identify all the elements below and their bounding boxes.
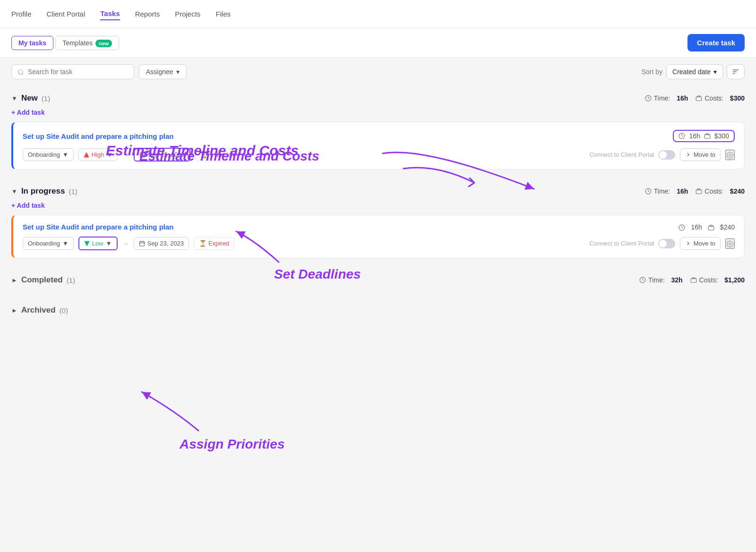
task-time-cost-highlighted-task1[interactable]: 16h $300 <box>673 130 735 142</box>
time-label: Time: <box>654 94 670 102</box>
top-nav: ProfileClient PortalTasksReportsProjects… <box>0 0 756 28</box>
priority-chevron-icon: ▼ <box>106 240 112 247</box>
nav-item-projects[interactable]: Projects <box>175 8 200 20</box>
nav-item-tasks[interactable]: Tasks <box>100 8 120 20</box>
search-input[interactable] <box>28 68 128 76</box>
section-completed: ►Completed(1) Time: 32h Costs: $1,200 <box>11 268 745 289</box>
time-value: 16h <box>677 94 688 102</box>
task-status-task2: ⏳ Expired <box>194 237 234 250</box>
svg-point-0 <box>18 70 23 74</box>
time-value: 32h <box>671 276 682 284</box>
section-stats-completed: Time: 32h Costs: $1,200 <box>639 276 745 284</box>
costs-label: Costs: <box>704 94 723 102</box>
connect-label: Connect to Client Portal <box>589 240 654 247</box>
section-toggle-new[interactable]: ▼ <box>11 95 17 102</box>
search-box <box>11 64 134 79</box>
create-task-button[interactable]: Create task <box>687 34 745 51</box>
svg-marker-19 <box>85 241 89 246</box>
date-label: Sep 25, 2023 <box>148 151 184 158</box>
task-time-val: 16h <box>691 223 702 231</box>
sort-value: Created date <box>672 68 711 76</box>
connect-portal-task2: Connect to Client Portal <box>589 239 675 248</box>
svg-rect-16 <box>696 190 702 194</box>
nav-item-reports[interactable]: Reports <box>135 8 160 20</box>
tag-chevron-icon: ▼ <box>62 151 69 158</box>
move-to-button-task1[interactable]: Move to <box>680 148 721 161</box>
filters-bar: Assignee ▾ Sort by Created date ▾ <box>0 58 756 86</box>
section-toggle-inprogress[interactable]: ▼ <box>11 188 17 195</box>
search-icon <box>17 68 24 76</box>
task-time-val: 16h <box>689 132 700 140</box>
section-count-inprogress: (1) <box>69 187 77 195</box>
priority-label: Low <box>92 240 103 247</box>
svg-rect-20 <box>139 241 144 246</box>
section-title-archived: Archived <box>21 306 56 315</box>
costs-label: Costs: <box>704 187 723 195</box>
section-header-completed: ►Completed(1) Time: 32h Costs: $1,200 <box>11 268 745 289</box>
time-label: Time: <box>648 276 664 284</box>
hourglass-icon: ⏳ <box>200 151 208 158</box>
priority-chevron-icon: ▼ <box>107 151 113 158</box>
status-label: 1 day left <box>210 151 235 158</box>
section-count-completed: (1) <box>67 276 75 284</box>
task-priority-task1[interactable]: High ▼ <box>78 148 118 161</box>
svg-line-1 <box>22 74 24 75</box>
move-to-button-task2[interactable]: Move to <box>680 237 721 250</box>
costs-value: $1,200 <box>724 276 745 284</box>
task-title-task2[interactable]: Set up Site Audit and prepare a pitching… <box>23 223 173 231</box>
sort-select[interactable]: Created date ▾ <box>666 64 723 79</box>
tab-templates[interactable]: Templatesnew <box>55 36 119 50</box>
svg-rect-26 <box>691 279 696 282</box>
gear-button-task1[interactable] <box>725 150 735 160</box>
section-title-inprogress: In progress <box>21 187 65 196</box>
tab-my-tasks[interactable]: My tasks <box>11 36 53 50</box>
task-cost-val: $300 <box>714 132 729 140</box>
section-title-completed: Completed <box>21 275 63 285</box>
section-header-inprogress: ▼In progress(1) Time: 16h Costs: $240 <box>11 179 745 200</box>
section-new: ▼New(1) Time: 16h Costs: $300+ Add taskS… <box>11 86 745 170</box>
section-stats-inprogress: Time: 16h Costs: $240 <box>645 187 745 195</box>
section-archived: ►Archived(0) <box>11 298 745 319</box>
task-priority-task2[interactable]: Low ▼ <box>78 237 118 250</box>
time-label: Time: <box>654 187 670 195</box>
sort-by-label: Sort by <box>642 68 662 76</box>
task-card-task1: Set up Site Audit and prepare a pitching… <box>11 122 745 170</box>
svg-marker-9 <box>84 153 89 157</box>
assignee-filter-button[interactable]: Assignee ▾ <box>139 64 187 79</box>
task-date-task2[interactable]: Sep 23, 2023 <box>134 237 189 250</box>
section-stats-new: Time: 16h Costs: $300 <box>645 94 745 102</box>
move-to-label: Move to <box>694 151 715 158</box>
connect-toggle-task1[interactable] <box>658 150 675 160</box>
section-toggle-archived[interactable]: ► <box>11 307 17 314</box>
hourglass-icon: ⏳ <box>199 240 206 247</box>
connect-toggle-task2[interactable] <box>658 239 675 248</box>
section-inprogress: ▼In progress(1) Time: 16h Costs: $240+ A… <box>11 179 745 258</box>
tag-label: Onboarding <box>28 151 60 158</box>
move-to-label: Move to <box>694 240 715 247</box>
task-cost-val: $240 <box>720 223 735 231</box>
assignee-chevron-icon: ▾ <box>176 68 180 76</box>
sort-order-button[interactable] <box>727 64 745 79</box>
task-title-task1[interactable]: Set up Site Audit and prepare a pitching… <box>23 132 173 140</box>
task-tag-task2[interactable]: Onboarding ▼ <box>23 237 74 250</box>
task-card-task2: Set up Site Audit and prepare a pitching… <box>11 215 745 258</box>
tag-chevron-icon: ▼ <box>62 240 69 247</box>
task-tag-task1[interactable]: Onboarding ▼ <box>23 148 74 161</box>
svg-rect-10 <box>140 153 145 157</box>
connect-portal-task1: Connect to Client Portal <box>589 150 675 160</box>
costs-label: Costs: <box>699 276 718 284</box>
add-task-button-new[interactable]: + Add task <box>11 107 45 118</box>
section-count-archived: (0) <box>60 306 68 314</box>
section-toggle-completed[interactable]: ► <box>11 277 17 284</box>
nav-item-client-portal[interactable]: Client Portal <box>47 8 86 20</box>
task-date-task1[interactable]: Sep 25, 2023 <box>134 148 190 161</box>
priority-label: High <box>92 151 104 158</box>
arrow-divider-icon: → <box>122 151 129 159</box>
svg-rect-6 <box>696 97 702 101</box>
gear-button-task2[interactable] <box>725 238 735 249</box>
add-task-button-inprogress[interactable]: + Add task <box>11 200 45 211</box>
section-header-archived: ►Archived(0) <box>11 298 745 319</box>
nav-item-profile[interactable]: Profile <box>11 8 32 20</box>
assignee-label: Assignee <box>146 68 173 76</box>
nav-item-files[interactable]: Files <box>215 8 231 20</box>
